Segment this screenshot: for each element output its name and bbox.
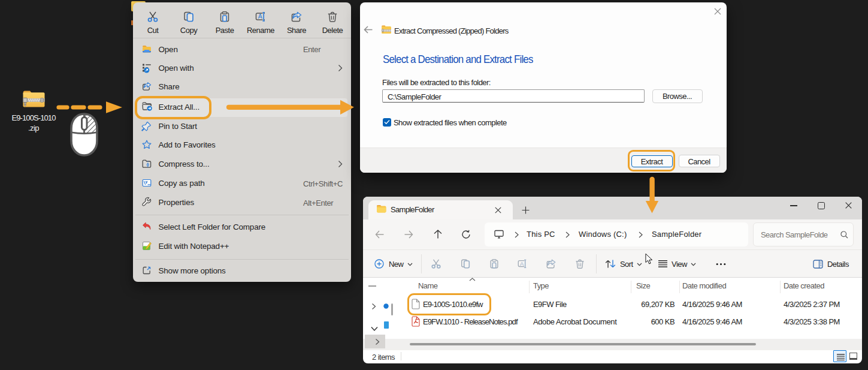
svg-text:A: A xyxy=(520,260,524,267)
svg-text:A: A xyxy=(258,13,262,20)
